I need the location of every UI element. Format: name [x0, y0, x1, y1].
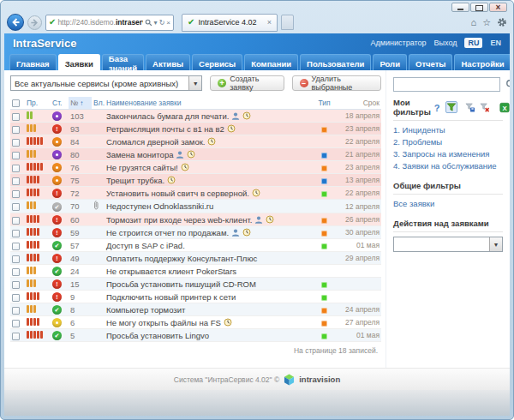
row-checkbox[interactable] — [12, 268, 20, 276]
column-header-due[interactable]: Срок — [333, 97, 381, 110]
search-icon[interactable] — [145, 19, 152, 27]
nav-tab-Пользователи[interactable]: Пользователи — [300, 54, 371, 70]
my-filter-link[interactable]: 2. Проблемы — [393, 137, 503, 147]
nav-tab-Заявки[interactable]: Заявки — [58, 54, 100, 70]
refresh-icon[interactable]: ↻ — [159, 19, 165, 27]
row-checkbox[interactable] — [12, 294, 20, 302]
task-row[interactable]: 75Трещит трубка.13 апреля — [10, 174, 381, 187]
row-checkbox[interactable] — [12, 333, 20, 340]
nav-tab-Активы[interactable]: Активы — [146, 54, 190, 70]
row-checkbox[interactable] — [12, 126, 20, 134]
search-input[interactable] — [393, 77, 500, 92]
type-marker-or — [321, 231, 327, 237]
column-header-number[interactable]: № ↑ — [69, 97, 92, 110]
nav-tab-Роли[interactable]: Роли — [373, 54, 407, 70]
task-row[interactable]: !72Установить новый свитч в серверной.22… — [10, 187, 381, 200]
chevron-down-icon[interactable]: ▼ — [188, 76, 201, 90]
close-button[interactable] — [489, 3, 507, 12]
task-row[interactable]: 103Закончилась бумага для печати.18 апре… — [10, 110, 381, 123]
delete-selected-button[interactable]: – Удалить выбранные — [292, 75, 381, 91]
task-row[interactable]: ✔24Не открывается клиент PokerStars — [10, 265, 381, 278]
lang-ru-button[interactable]: RU — [464, 38, 482, 48]
nav-tab-Главная[interactable]: Главная — [9, 54, 57, 70]
help-button[interactable]: ? — [431, 101, 443, 113]
common-filter-link-all-tasks[interactable]: Все заявки — [393, 199, 503, 208]
search-button[interactable] — [503, 76, 510, 92]
task-name: Просьба установить пишущий CD-ROM — [106, 279, 314, 289]
forward-button[interactable] — [27, 15, 42, 30]
browser-tab[interactable]: ✔ IntraService 4.02 × — [182, 14, 278, 32]
filter-apply-button[interactable] — [445, 101, 457, 113]
current-user-link[interactable]: Администратор — [371, 39, 427, 47]
nav-tab-Настройки[interactable]: Настройки — [454, 54, 510, 70]
service-filter-select[interactable]: Все актуальные сервисы (кроме архивных) … — [10, 75, 202, 91]
task-row[interactable]: ✔57Доступ в SAP с iPad.01 мая — [10, 239, 381, 252]
task-type-cell — [315, 213, 333, 226]
my-filter-link[interactable]: 3. Запросы на изменения — [393, 149, 503, 159]
type-marker-gr — [321, 282, 327, 288]
row-checkbox[interactable] — [12, 320, 20, 327]
minimize-button[interactable] — [451, 3, 469, 12]
new-tab-button[interactable] — [281, 15, 294, 30]
my-filter-link[interactable]: 1. Инциденты — [393, 125, 503, 135]
row-checkbox[interactable] — [12, 255, 20, 263]
excel-export-button[interactable]: X — [499, 101, 510, 113]
intravision-logo-icon — [284, 374, 295, 386]
row-checkbox[interactable] — [12, 217, 20, 225]
priority-bars-icon — [27, 305, 36, 313]
row-checkbox[interactable] — [12, 190, 20, 198]
task-row[interactable]: !59Не строится отчет по продажам.30 апре… — [10, 226, 381, 239]
task-actions-select[interactable]: ▼ — [393, 237, 503, 252]
task-row[interactable]: !93Ретрансляция почты с в1 на в223 апрел… — [10, 123, 381, 135]
task-type-cell — [315, 226, 333, 239]
nav-tab-Отчеты[interactable]: Отчеты — [409, 54, 452, 70]
task-row[interactable]: !15Просьба установить пишущий CD-ROM — [10, 278, 381, 291]
type-marker-bl — [321, 178, 327, 184]
row-checkbox[interactable] — [12, 177, 20, 185]
task-row[interactable]: !9Подключить новый принтер к сети — [10, 291, 381, 303]
logout-link[interactable]: Выход — [434, 39, 457, 47]
row-checkbox[interactable] — [12, 152, 20, 159]
select-all-checkbox[interactable] — [12, 99, 20, 107]
stop-icon[interactable]: × — [166, 19, 170, 27]
column-header-attach[interactable]: Вл. — [92, 97, 105, 110]
lang-en-button[interactable]: EN — [490, 39, 501, 47]
column-header-status[interactable]: Ст. — [51, 97, 69, 110]
filter-save-button[interactable] — [464, 101, 476, 113]
row-checkbox[interactable] — [12, 139, 20, 147]
favorites-star-icon[interactable]: ☆ — [482, 17, 491, 28]
home-icon[interactable]: ⌂ — [470, 17, 476, 27]
filter-delete-button[interactable] — [479, 101, 491, 113]
row-checkbox[interactable] — [12, 113, 20, 121]
row-checkbox[interactable] — [12, 165, 20, 172]
my-filter-link[interactable]: 4. Заявки на обслуживание — [393, 161, 503, 171]
nav-tab-База знаний[interactable]: База знаний — [102, 54, 144, 70]
nav-tab-Компании[interactable]: Компании — [244, 54, 298, 70]
nav-tab-Сервисы[interactable]: Сервисы — [192, 54, 242, 70]
create-task-button[interactable]: + Создать заявку — [210, 75, 284, 91]
column-header-name[interactable]: Наименование заявки — [105, 97, 315, 110]
row-checkbox[interactable] — [12, 230, 20, 237]
maximize-button[interactable] — [470, 3, 488, 12]
tab-close-icon[interactable]: × — [267, 18, 272, 27]
address-bar[interactable]: ✔ http://240.isdemo.intraservice.ru/task… — [45, 15, 174, 31]
row-checkbox[interactable] — [12, 203, 20, 211]
chevron-down-icon[interactable]: ▾ — [154, 19, 158, 27]
task-row[interactable]: ✔8Компьютер тормозит24 апреля — [10, 303, 381, 316]
row-checkbox[interactable] — [12, 243, 20, 250]
task-row[interactable]: !49Оплатить поддержку Консультант-Плюс29… — [10, 252, 381, 265]
row-checkbox[interactable] — [12, 307, 20, 315]
column-header-type[interactable]: Тип — [315, 97, 333, 110]
task-row[interactable]: 6Не могу открыть файлы на FS27 апреля — [10, 316, 381, 329]
task-row[interactable]: 76Не грузятся сайты!23 апреля — [10, 161, 381, 174]
gear-icon[interactable] — [497, 17, 507, 27]
task-row[interactable]: ✔70Недоступен Odnoklassniki.ru12 апреля — [10, 200, 381, 213]
task-row[interactable]: !60Тормозит при входе через web-клиент.2… — [10, 213, 381, 226]
task-row[interactable]: 80Замена монитора21 апреля — [10, 148, 381, 161]
chevron-down-icon[interactable]: ▼ — [489, 237, 502, 251]
task-row[interactable]: ✔5Просьба установить Lingvo01 мая — [10, 329, 381, 342]
row-checkbox[interactable] — [12, 281, 20, 289]
back-button[interactable] — [7, 14, 24, 31]
column-header-priority[interactable]: Пр. — [25, 97, 51, 110]
task-row[interactable]: 84Сломался дверной замок.22 апреля — [10, 135, 381, 148]
